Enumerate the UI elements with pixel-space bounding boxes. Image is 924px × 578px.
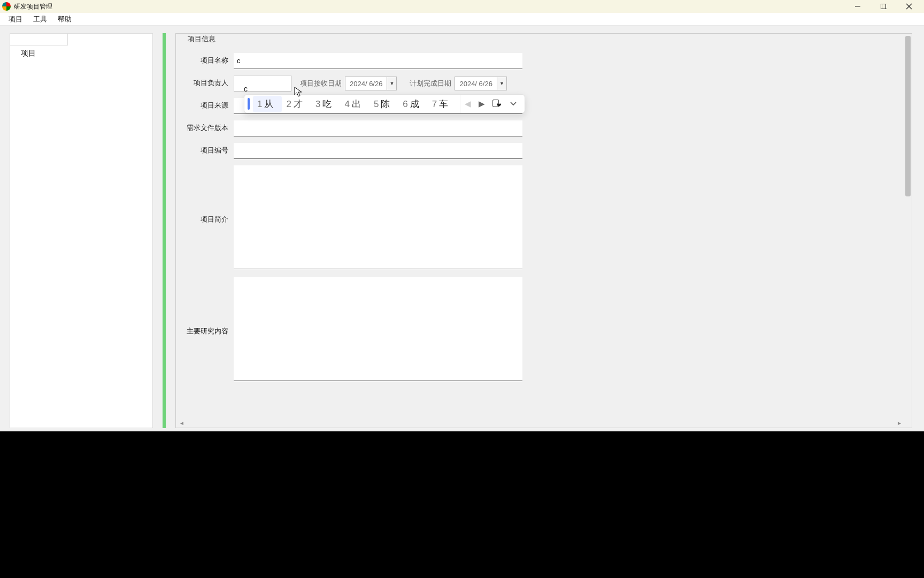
textarea-brief[interactable] [234, 165, 522, 269]
input-owner[interactable] [234, 75, 291, 92]
label-owner: 项目负责人 [181, 75, 234, 88]
ime-candidate-3[interactable]: 3吃 [311, 96, 340, 112]
date-receive-value: 2024/ 6/26 [345, 80, 387, 88]
vertical-scrollbar[interactable] [904, 35, 912, 415]
ime-composition: c [244, 85, 248, 93]
label-receive-date: 项目接收日期 [300, 79, 342, 88]
ime-heart-icon[interactable] [492, 100, 502, 108]
ime-candidate-bar: 1从 2才 3吃 4出 5陈 6成 7车 ◀ ▶ [244, 94, 525, 113]
close-button[interactable] [896, 0, 922, 13]
label-number: 项目编号 [181, 143, 234, 155]
input-name[interactable] [234, 53, 522, 69]
ime-candidate-2[interactable]: 2才 [282, 96, 311, 112]
ime-candidate-7[interactable]: 7车 [428, 96, 457, 112]
window-title: 研发项目管理 [14, 2, 845, 11]
main-panel: 项目信息 项目名称 项目负责人 项目接收日期 [175, 33, 914, 428]
window-controls [845, 0, 922, 13]
label-research: 主要研究内容 [181, 324, 234, 336]
ime-next-icon[interactable]: ▶ [479, 99, 485, 109]
workspace: 项目 项目信息 项目名称 项目负责人 [0, 26, 924, 431]
ime-candidate-6[interactable]: 6成 [398, 96, 427, 112]
menu-bar: 项目 工具 帮助 [0, 13, 924, 26]
input-number[interactable] [234, 143, 522, 159]
form-legend: 项目信息 [184, 34, 219, 44]
date-picker-receive[interactable]: 2024/ 6/26 ▼ [345, 77, 397, 90]
scroll-left-arrow[interactable]: ◄ [179, 420, 184, 426]
maximize-button[interactable] [871, 0, 896, 13]
input-req-version[interactable] [234, 120, 522, 136]
label-req-version: 需求文件版本 [181, 120, 234, 133]
scroll-right-arrow[interactable]: ► [897, 420, 902, 426]
ime-prev-icon[interactable]: ◀ [465, 99, 471, 109]
date-plan-dropdown[interactable]: ▼ [497, 77, 506, 90]
ime-controls: ◀ ▶ [460, 95, 521, 113]
textarea-research[interactable] [234, 277, 522, 381]
ime-candidate-5[interactable]: 5陈 [369, 96, 398, 112]
label-source: 项目来源 [181, 98, 234, 110]
menu-help[interactable]: 帮助 [52, 13, 77, 25]
ime-candidate-4[interactable]: 4出 [340, 96, 369, 112]
vertical-scroll-thumb[interactable] [905, 36, 911, 196]
date-receive-dropdown[interactable]: ▼ [387, 77, 396, 90]
label-name: 项目名称 [181, 53, 234, 65]
menu-project[interactable]: 项目 [3, 13, 28, 25]
form-groupbox: 项目信息 项目名称 项目负责人 项目接收日期 [175, 33, 912, 428]
title-bar: 研发项目管理 [0, 0, 924, 13]
ime-expand-icon[interactable] [510, 100, 517, 109]
date-picker-plan[interactable]: 2024/ 6/26 ▼ [455, 77, 506, 90]
svg-rect-1 [881, 4, 886, 9]
splitter[interactable] [163, 33, 166, 428]
minimize-button[interactable] [845, 0, 871, 13]
horizontal-scrollbar[interactable]: ◄ ► [177, 419, 904, 427]
app-icon [2, 2, 11, 11]
ime-indicator [248, 98, 250, 110]
label-brief: 项目简介 [181, 212, 234, 224]
menu-tools[interactable]: 工具 [28, 13, 52, 25]
side-panel: 项目 [10, 33, 153, 428]
label-plan-date: 计划完成日期 [410, 79, 451, 88]
app-window: 研发项目管理 项目 工具 帮助 项目 项目信息 [0, 0, 924, 431]
ime-candidate-1[interactable]: 1从 [253, 96, 282, 112]
side-tab[interactable] [10, 34, 68, 45]
date-plan-value: 2024/ 6/26 [455, 80, 496, 88]
